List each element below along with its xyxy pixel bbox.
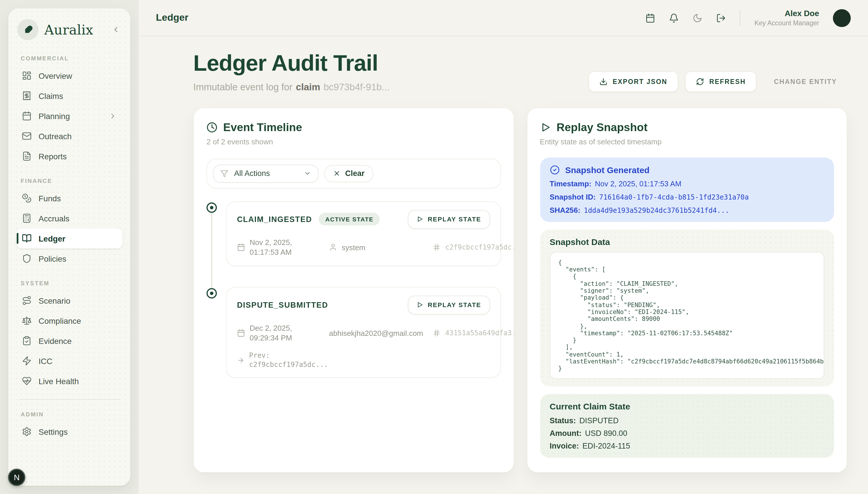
- snapshot-id-label: Snapshot ID:: [550, 193, 596, 201]
- amount-value: USD 890.00: [585, 429, 627, 437]
- page-actions: EXPORT JSON REFRESH CHANGE ENTITY: [588, 71, 847, 92]
- arrow-right-icon: [237, 356, 244, 364]
- sidebar-item-label: Policies: [39, 254, 67, 263]
- play-icon: [416, 216, 423, 223]
- gear-icon: [22, 427, 32, 437]
- sidebar-item-scenario[interactable]: Scenario: [16, 290, 122, 310]
- timeline-node: [207, 203, 217, 213]
- timeline-row: CLAIM_INGESTED ACTIVE STATE REPLAY STATE: [207, 201, 501, 266]
- page-content: Ledger Audit Trail Immutable event log f…: [139, 36, 868, 494]
- event-meta: Dec 2, 2025, 09:29:34 PM abhisekjha2020@…: [237, 323, 490, 343]
- sidebar: Auralix COMMERCIAL Overview Claims Plann…: [8, 8, 131, 486]
- main-area: Ledger Alex Doe Key Account Manager: [139, 0, 868, 494]
- snapshot-card-header: Replay Snapshot: [540, 121, 834, 134]
- calendar-icon: [237, 244, 245, 252]
- sidebar-item-overview[interactable]: Overview: [16, 65, 122, 86]
- sha256-value: 1dda4d9e193a529b24dc3761b5241fd4...: [584, 207, 729, 214]
- replay-state-button[interactable]: REPLAY STATE: [408, 296, 490, 315]
- sidebar-item-label: Compliance: [39, 316, 81, 325]
- chevron-right-icon: [109, 112, 117, 120]
- sidebar-collapse-button[interactable]: [110, 24, 121, 35]
- user-name: Alex Doe: [754, 8, 819, 19]
- clipboard-check-icon: [22, 336, 32, 346]
- sidebar-item-label: Settings: [39, 427, 68, 436]
- sidebar-item-outreach[interactable]: Outreach: [16, 126, 122, 146]
- replay-state-label: REPLAY STATE: [428, 302, 481, 308]
- sidebar-item-compliance[interactable]: Compliance: [16, 310, 122, 331]
- notifications-button[interactable]: [669, 13, 679, 23]
- replay-state-button[interactable]: REPLAY STATE: [408, 210, 490, 229]
- calendar-button[interactable]: [646, 13, 656, 23]
- page-subtitle: Immutable event log for claim bc973b4f-9…: [193, 82, 390, 93]
- prev-hash-value: c2f9cbccf197a5dc...: [249, 360, 328, 369]
- replay-snapshot-card: Replay Snapshot Entity state as of selec…: [527, 108, 847, 473]
- amount-label: Amount:: [550, 429, 582, 437]
- brand-name: Auralix: [44, 22, 93, 37]
- change-entity-label: CHANGE ENTITY: [774, 78, 837, 85]
- sidebar-item-label: Outreach: [39, 131, 72, 140]
- sidebar-item-label: Evidence: [39, 336, 72, 345]
- snapshot-title: Replay Snapshot: [556, 121, 647, 134]
- sidebar-item-live-health[interactable]: Live Health: [16, 371, 122, 391]
- close-icon: [333, 170, 341, 177]
- event-timestamp: Nov 2, 2025, 01:17:53 AM: [237, 238, 324, 258]
- avatar[interactable]: [833, 9, 851, 27]
- sha256-label: SHA256:: [550, 206, 580, 214]
- claim-state-title: Current Claim State: [550, 401, 824, 411]
- change-entity-button[interactable]: CHANGE ENTITY: [763, 71, 847, 92]
- event-card-claim-ingested[interactable]: CLAIM_INGESTED ACTIVE STATE REPLAY STATE: [226, 201, 501, 266]
- file-text-icon: [22, 151, 32, 161]
- status-label: Status:: [550, 416, 576, 425]
- sidebar-section-commercial: COMMERCIAL: [21, 55, 118, 61]
- dev-badge[interactable]: N: [8, 469, 25, 486]
- snapshot-subtitle: Entity state as of selected timestamp: [540, 137, 834, 146]
- logout-icon: [716, 13, 726, 23]
- moon-icon: [693, 13, 703, 23]
- prev-label: Prev:: [249, 351, 328, 360]
- topbar: Ledger Alex Doe Key Account Manager: [139, 0, 868, 36]
- action-filter-value: All Actions: [234, 169, 270, 178]
- user-icon: [329, 244, 337, 252]
- brand-logo: [17, 19, 39, 40]
- snapshot-data-codebox[interactable]: { "events": [ { "action": "CLAIM_INGESTE…: [550, 252, 824, 379]
- sidebar-item-ledger[interactable]: Ledger: [16, 228, 122, 248]
- calendar-icon: [22, 111, 32, 121]
- sidebar-item-label: ICC: [39, 356, 52, 365]
- sidebar-item-label: Reports: [39, 152, 67, 161]
- sidebar-item-label: Planning: [39, 111, 70, 120]
- clear-filter-label: Clear: [345, 169, 365, 178]
- theme-toggle-button[interactable]: [693, 13, 703, 23]
- topbar-actions: Alex Doe Key Account Manager: [646, 8, 851, 27]
- app-shell: Auralix COMMERCIAL Overview Claims Plann…: [0, 0, 868, 494]
- refresh-icon: [696, 78, 704, 86]
- heart-pulse-icon: [22, 376, 32, 386]
- calendar-icon: [237, 329, 245, 337]
- sidebar-item-accruals[interactable]: Accruals: [16, 208, 122, 228]
- book-open-icon: [22, 233, 32, 243]
- export-json-button[interactable]: EXPORT JSON: [588, 71, 678, 92]
- play-icon: [416, 302, 423, 308]
- event-card-dispute-submitted[interactable]: DISPUTE_SUBMITTED REPLAY STATE: [226, 287, 501, 378]
- sidebar-item-planning[interactable]: Planning: [16, 106, 122, 126]
- sidebar-item-funds[interactable]: Funds: [16, 188, 122, 208]
- timeline-title: Event Timeline: [223, 121, 302, 134]
- action-filter-select[interactable]: All Actions: [213, 165, 319, 183]
- sidebar-header: Auralix: [16, 18, 122, 44]
- sidebar-item-evidence[interactable]: Evidence: [16, 331, 122, 351]
- sidebar-item-policies[interactable]: Policies: [16, 248, 122, 269]
- page-header: Ledger Audit Trail Immutable event log f…: [193, 51, 847, 93]
- refresh-button[interactable]: REFRESH: [685, 71, 757, 92]
- receipt-icon: [22, 91, 32, 101]
- logout-button[interactable]: [716, 13, 726, 23]
- feather-icon: [23, 24, 33, 35]
- sidebar-item-claims[interactable]: Claims: [16, 86, 122, 106]
- sidebar-item-settings[interactable]: Settings: [16, 421, 122, 442]
- sidebar-item-icc[interactable]: ICC: [16, 351, 122, 371]
- invoice-value: EDI-2024-115: [582, 441, 630, 450]
- timeline-node-dot: [210, 206, 213, 209]
- topbar-title: Ledger: [156, 12, 188, 23]
- sidebar-item-reports[interactable]: Reports: [16, 146, 122, 166]
- clear-filter-button[interactable]: Clear: [324, 165, 373, 182]
- sidebar-item-label: Accruals: [39, 214, 69, 223]
- timeline-card-header: Event Timeline: [207, 121, 501, 134]
